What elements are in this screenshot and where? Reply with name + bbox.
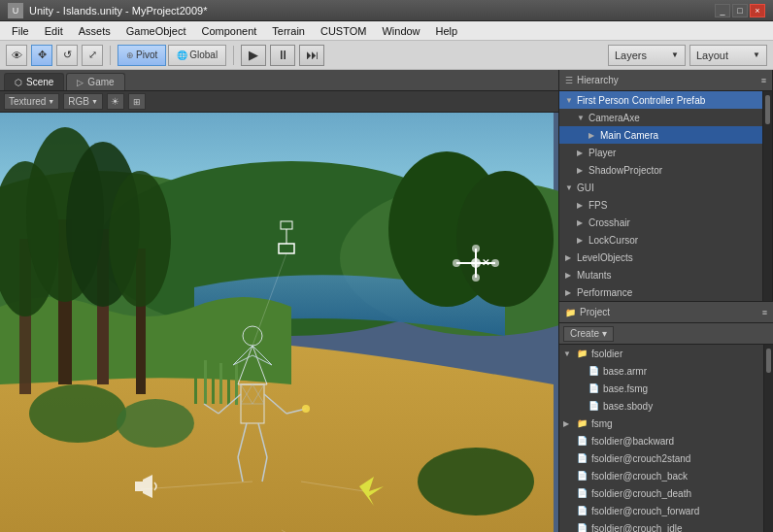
tool-move[interactable]: ✥ [31, 45, 52, 66]
hierarchy-item-levelobjects[interactable]: ▶LevelObjects [559, 249, 762, 266]
menu-window[interactable]: Window [374, 23, 427, 39]
project-item-fsoldier_back[interactable]: 📄fsoldier@backward [559, 432, 763, 449]
file-icon: 📄 [587, 382, 600, 394]
scene-viewport[interactable]: ✕ [0, 113, 558, 532]
project-item-fsoldier_crouch_idle[interactable]: 📄fsoldier@crouch_idle [559, 519, 763, 532]
expand-arrow-icon[interactable]: ▶ [577, 236, 588, 245]
project-item-basearmr[interactable]: 📄base.armr [559, 362, 763, 380]
hierarchy-item-player[interactable]: ▶Player [559, 144, 762, 161]
scene-2d-btn[interactable]: ⊞ [128, 93, 146, 110]
menu-assets[interactable]: Assets [71, 23, 118, 39]
hierarchy-item-label: FPS [588, 200, 607, 211]
project-item-fsoldier[interactable]: ▼📁fsoldier [559, 345, 763, 362]
scene-game-panel: ⬡ Scene ▷ Game Textured ▼ RGB ▼ ☀ ⊞ [0, 70, 559, 532]
project-header: 📁 Project ≡ [559, 302, 773, 323]
layers-arrow-icon: ▼ [671, 50, 679, 59]
step-button[interactable]: ⏭ [299, 45, 324, 66]
tool-rotate[interactable]: ↺ [56, 45, 78, 66]
pivot-button[interactable]: ⊕ Pivot [118, 45, 166, 66]
toolbar: 👁 ✥ ↺ ⤢ ⊕ Pivot 🌐 Global ▶ ⏸ ⏭ Layers ▼ … [0, 41, 773, 70]
expand-arrow-icon[interactable]: ▶ [565, 271, 577, 280]
tool-scale[interactable]: ⤢ [82, 45, 103, 66]
project-item-basefsmg[interactable]: 📄base.fsmg [559, 380, 763, 397]
hierarchy-item-camaxe[interactable]: ▼CameraAxe [559, 109, 762, 126]
hierarchy-item-label: ShadowProjector [588, 165, 662, 176]
menu-help[interactable]: Help [428, 23, 466, 39]
expand-arrow-icon[interactable]: ▶ [577, 166, 588, 175]
project-scroll-thumb[interactable] [766, 349, 771, 373]
hierarchy-item-performance[interactable]: ▶Performance [559, 283, 762, 301]
hierarchy-item-label: CameraAxe [588, 113, 640, 123]
svg-rect-20 [212, 365, 215, 404]
expand-arrow-icon[interactable]: ▶ [565, 288, 577, 297]
expand-arrow-icon[interactable]: ▼ [565, 96, 577, 105]
layers-layout-group: Layers ▼ Layout ▼ [608, 45, 767, 66]
hierarchy-item-shadowproj[interactable]: ▶ShadowProjector [559, 161, 762, 179]
app-icon: U [8, 3, 23, 18]
project-item-label: fsoldier@crouch2stand [591, 453, 690, 464]
project-item-fsmg[interactable]: ▶📁fsmg [559, 415, 763, 432]
menu-terrain[interactable]: Terrain [264, 23, 313, 39]
play-button[interactable]: ▶ [241, 45, 266, 66]
hierarchy-item-label: Crosshair [588, 217, 630, 228]
scene-toolbar: Textured ▼ RGB ▼ ☀ ⊞ [0, 91, 558, 113]
project-scrollbar[interactable] [763, 345, 773, 532]
menu-file[interactable]: File [4, 23, 37, 39]
game-tab[interactable]: ▷ Game [66, 73, 124, 90]
hierarchy-menu-icon[interactable]: ≡ [761, 76, 766, 85]
hierarchy-item-fps[interactable]: ▶FPS [559, 196, 762, 214]
channel-arrow-icon: ▼ [91, 98, 98, 105]
project-item-fsoldier_crouch2stand[interactable]: 📄fsoldier@crouch2stand [559, 449, 763, 467]
main-area: ⬡ Scene ▷ Game Textured ▼ RGB ▼ ☀ ⊞ [0, 70, 773, 532]
hierarchy-item-crosshair[interactable]: ▶Crosshair [559, 214, 762, 231]
project-header-icon: 📁 [565, 308, 576, 317]
game-tab-icon: ▷ [77, 78, 84, 87]
maximize-button[interactable]: □ [732, 4, 748, 17]
project-item-label: base.fsmg [603, 383, 648, 394]
hierarchy-item-label: Performance [577, 287, 632, 298]
project-list: ▼📁fsoldier📄base.armr📄base.fsmg📄base.sbod… [559, 345, 763, 532]
layout-dropdown[interactable]: Layout ▼ [689, 45, 767, 66]
menu-edit[interactable]: Edit [37, 23, 71, 39]
file-icon: 📄 [575, 470, 588, 482]
menu-custom[interactable]: CUSTOM [313, 23, 374, 39]
expand-arrow-icon[interactable]: ▼ [565, 183, 577, 192]
separator-1 [110, 46, 111, 65]
expand-arrow-icon[interactable]: ▶ [577, 149, 588, 157]
layers-dropdown[interactable]: Layers ▼ [608, 45, 686, 66]
hierarchy-item-fpc[interactable]: ▼First Person Controller Prefab [559, 91, 762, 109]
file-icon: 📄 [587, 365, 600, 377]
project-item-fsoldier_crouch_death[interactable]: 📄fsoldier@crouch_death [559, 484, 763, 502]
close-button[interactable]: × [750, 4, 765, 17]
menu-gameobject[interactable]: GameObject [118, 23, 194, 39]
scene-tab[interactable]: ⬡ Scene [4, 73, 64, 90]
expand-arrow-icon[interactable]: ▶ [577, 201, 588, 210]
pause-button[interactable]: ⏸ [270, 45, 295, 66]
hierarchy-scroll-thumb[interactable] [765, 95, 770, 124]
window-controls[interactable]: _ □ × [715, 4, 765, 17]
expand-arrow-icon[interactable]: ▶ [588, 131, 600, 140]
hierarchy-scrollbar[interactable] [762, 91, 772, 301]
channel-dropdown[interactable]: RGB ▼ [63, 93, 103, 110]
minimize-button[interactable]: _ [715, 4, 730, 17]
file-icon: 📄 [575, 522, 588, 532]
expand-arrow-icon[interactable]: ▶ [577, 218, 588, 227]
hierarchy-item-label: GUI [577, 183, 594, 193]
expand-arrow-icon[interactable]: ▶ [565, 253, 577, 262]
hierarchy-item-maincam[interactable]: ▶Main Camera [559, 126, 762, 144]
global-button[interactable]: 🌐 Global [168, 45, 226, 66]
hierarchy-item-gui[interactable]: ▼GUI [559, 179, 762, 196]
hierarchy-item-lockcursor[interactable]: ▶LockCursor [559, 231, 762, 249]
tool-eye[interactable]: 👁 [6, 45, 27, 66]
svg-rect-18 [194, 365, 197, 404]
shading-dropdown[interactable]: Textured ▼ [4, 93, 59, 110]
project-item-basesbody[interactable]: 📄base.sbody [559, 397, 763, 415]
project-item-fsoldier_crouch_forward[interactable]: 📄fsoldier@crouch_forward [559, 502, 763, 519]
project-menu-icon[interactable]: ≡ [762, 308, 767, 317]
create-button[interactable]: Create ▾ [563, 326, 614, 342]
scene-light-btn[interactable]: ☀ [107, 93, 124, 110]
project-item-fsoldier_crouch_back[interactable]: 📄fsoldier@crouch_back [559, 467, 763, 484]
hierarchy-item-mutants[interactable]: ▶Mutants [559, 266, 762, 283]
menu-component[interactable]: Component [193, 23, 264, 39]
expand-arrow-icon[interactable]: ▼ [577, 114, 588, 122]
